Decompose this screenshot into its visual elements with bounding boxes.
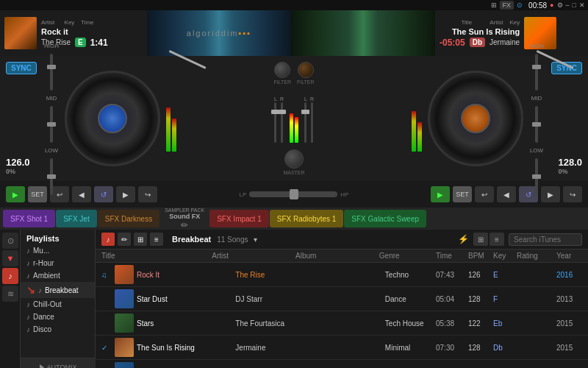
track-bpm-0: 126 (468, 271, 490, 279)
right-prev-button[interactable]: ◀ (497, 186, 516, 202)
track-artist-1: DJ Starr (235, 295, 307, 303)
playlist-icon: ♪ (26, 272, 30, 280)
track-key-0: E (493, 271, 514, 279)
left-turntable[interactable] (65, 71, 160, 166)
crossfader[interactable] (249, 191, 337, 197)
left-prev-button[interactable]: ◀ (72, 186, 91, 202)
tab-icon-grid[interactable]: ⊞ (134, 233, 147, 246)
playlist-item-5[interactable]: ♪ Dance (21, 311, 95, 323)
col-header-key: Key (493, 252, 514, 260)
left-turntable-side: SYNC 126.0 0% HIGH MID LOW (0, 56, 220, 181)
sfx-radiobytes-button[interactable]: SFX Radiobytes 1 (270, 210, 344, 227)
filter-icon[interactable]: ⚡ (458, 234, 469, 244)
sidebar-icon-record[interactable]: ⊙ (2, 233, 18, 249)
left-loop-button[interactable]: ↺ (94, 186, 113, 202)
col-header-rating: Rating (517, 252, 553, 260)
track-bpm-2: 122 (468, 319, 490, 328)
track-thumb-1 (115, 289, 134, 308)
track-genre-2: Tech House (385, 319, 433, 328)
right-back-button[interactable]: ↩ (475, 186, 494, 202)
wifi-icon: ⊙ (517, 1, 523, 9)
right-turntable[interactable] (428, 71, 523, 166)
maximize-icon[interactable]: □ (573, 1, 576, 9)
playlist-label: Breakbeat (45, 286, 79, 294)
view-buttons: ⊞ ≡ (473, 233, 504, 246)
playlist-item-2[interactable]: ♪ Ambient (21, 269, 95, 282)
right-set-button[interactable]: SET (453, 186, 472, 202)
track-bpm-3: 128 (468, 344, 490, 352)
playlist-item-1[interactable]: ♪ r-Hour (21, 257, 95, 269)
sfx-impact1-button[interactable]: SFX Impact 1 (209, 210, 269, 227)
track-check-3: ✓ (101, 344, 112, 352)
playlist-label: Dance (33, 313, 54, 321)
left-bpm: 126.0 0% (6, 157, 30, 175)
col-header-bpm: BPM (468, 252, 490, 260)
filter-knob-left[interactable] (274, 62, 290, 78)
sfx-jet-button[interactable]: SFX Jet (56, 210, 97, 227)
time-display: 00:58 (528, 1, 547, 10)
automix-button[interactable]: AUTOMIX (40, 364, 77, 369)
track-key-3: Db (493, 344, 514, 352)
minimize-icon[interactable]: – (566, 1, 570, 9)
right-deck-info: Title Artist Key The Sun Is Rising -05:0… (435, 14, 588, 52)
sfx-shot1-button[interactable]: SFX Shot 1 (3, 210, 55, 227)
col-header-time: Time (436, 252, 465, 260)
close-icon[interactable]: ✕ (579, 1, 585, 9)
left-transport: ▶ SET ↩ ◀ ↺ ▶ ↪ (0, 186, 220, 202)
view-btn-grid[interactable]: ⊞ (473, 233, 488, 246)
left-next-button[interactable]: ▶ (116, 186, 135, 202)
left-sync-button[interactable]: SYNC (6, 62, 37, 74)
right-waveform[interactable] (291, 10, 435, 56)
track-row-1[interactable]: Star Dust DJ Starr Dance 05:04 128 F 201… (96, 287, 588, 311)
playlist-item-3[interactable]: ↘ ♪ Breakbeat (21, 282, 95, 298)
tab-icon-list[interactable]: ≡ (150, 233, 163, 246)
view-btn-list[interactable]: ≡ (490, 233, 504, 246)
track-row-0[interactable]: ♫ Rock It The Rise Techno 07:43 126 E 20… (96, 263, 588, 287)
playlist-item-4[interactable]: ♪ Chill-Out (21, 298, 95, 311)
bottom-area: ⊙ ▼ ♪ ≋ Playlists ♪ Mu... ♪ r-Hour ♪ Amb… (0, 230, 588, 368)
filter-knob-right[interactable] (298, 62, 314, 78)
playlist-label: r-Hour (33, 259, 54, 267)
track-key-2: Eb (493, 319, 514, 328)
track-thumb-2 (115, 314, 134, 333)
sidebar-icon-active[interactable]: ♪ (2, 268, 18, 284)
right-deck-meta: Title Artist Key The Sun Is Rising -05:0… (440, 19, 520, 48)
playlist-label: Ambient (33, 272, 60, 280)
track-row-3[interactable]: ✓ The Sun Is Rising Jermaine Minimal 07:… (96, 336, 588, 360)
left-play-button[interactable]: ▶ (6, 186, 25, 202)
sfx-galactic-button[interactable]: SFX Galactic Sweep (344, 210, 426, 227)
playlist-item-0[interactable]: ♪ Mu... (21, 244, 95, 257)
left-title: Rock it (41, 27, 108, 36)
col-header-title: Title (101, 252, 209, 260)
track-row-2[interactable]: Stars The Fourtasica Tech House 05:38 12… (96, 311, 588, 336)
sfx-bar: SFX Shot 1 SFX Jet SFX Darkness SAMPLER … (0, 208, 588, 230)
sfx-darkness-button[interactable]: SFX Darkness (98, 210, 159, 227)
sfx-edit-button[interactable]: ✏ (181, 220, 188, 230)
left-fwd-button[interactable]: ↪ (138, 186, 157, 202)
left-waveform[interactable]: algoriddim▪▪▪ (147, 10, 291, 56)
settings-icon[interactable]: ⚙ (557, 1, 563, 9)
record-icon[interactable]: ● (550, 1, 553, 9)
tab-icon-edit[interactable]: ✏ (118, 233, 131, 246)
crossfader-handle[interactable] (290, 189, 298, 199)
playlist-label: Mu... (33, 247, 49, 255)
right-play-button[interactable]: ▶ (431, 186, 450, 202)
right-artist: Jermaine (490, 38, 520, 46)
track-row-4[interactable]: Tonight DJ Starr (96, 360, 588, 368)
tab-icon-red[interactable]: ♪ (101, 233, 115, 246)
master-knob[interactable] (284, 149, 304, 169)
right-fwd-button[interactable]: ↪ (563, 186, 582, 202)
grid-icon[interactable]: ⊞ (491, 1, 497, 9)
sidebar-icon-arrow[interactable]: ▼ (2, 250, 18, 266)
search-input[interactable] (509, 233, 582, 246)
right-time: -05:05 (440, 38, 465, 48)
playlist-label: Disco (33, 325, 51, 333)
sidebar-icon-wave[interactable]: ≋ (2, 286, 18, 302)
playlist-item-6[interactable]: ♪ Disco (21, 323, 95, 336)
fx-button[interactable]: FX (500, 1, 514, 10)
left-album-art (4, 17, 37, 49)
left-time: 1:41 (90, 38, 108, 48)
turntable-area: SYNC 126.0 0% HIGH MID LOW (0, 56, 588, 181)
dropdown-arrow[interactable]: ▾ (254, 236, 257, 244)
logo: algoriddim▪▪▪ (187, 29, 251, 38)
